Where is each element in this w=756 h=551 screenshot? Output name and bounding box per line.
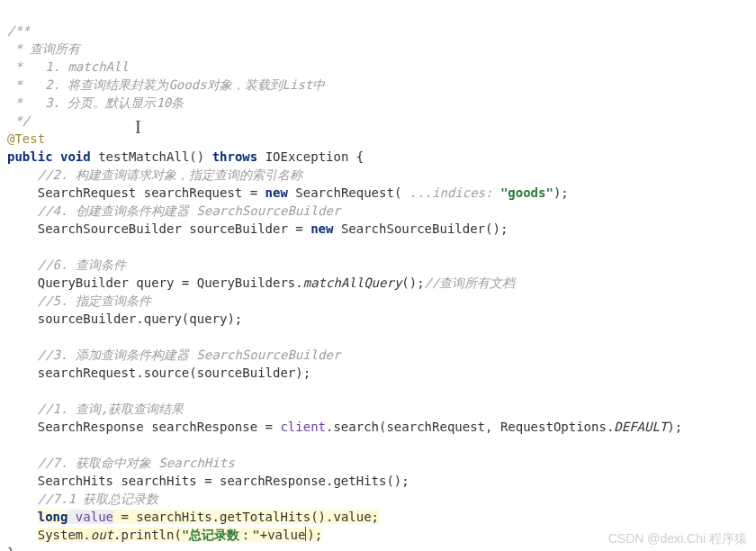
- comment: //2. 构建查询请求对象，指定查询的索引名称: [38, 167, 302, 182]
- comment: //6. 查询条件: [38, 257, 126, 272]
- keyword-long: long: [38, 510, 68, 524]
- keyword-public: public: [7, 149, 53, 164]
- exception-type: IOException {: [266, 149, 364, 164]
- comment: * 2. 将查询结果封装为Goods对象，装载到List中: [7, 77, 325, 92]
- closing-brace: }: [7, 546, 14, 551]
- comment: /**: [7, 23, 30, 38]
- annotation-test: @Test: [7, 131, 45, 146]
- comment: //1. 查询,获取查询结果: [38, 402, 184, 416]
- comment: * 查询所有: [7, 41, 80, 56]
- code-text: searchRequest.source(sourceBuilder);: [38, 366, 310, 380]
- keyword-void: void: [60, 149, 91, 164]
- code-text: );: [554, 185, 569, 200]
- code-text: SearchResponse searchResponse =: [38, 420, 281, 434]
- code-text: SearchSourceBuilder();: [333, 221, 508, 236]
- code-text: QueryBuilder query = QueryBuilders.: [38, 276, 303, 290]
- string-literal: "goods": [492, 185, 553, 200]
- static-method: matchAllQuery: [303, 276, 402, 290]
- method-name: testMatchAll(): [98, 149, 204, 164]
- comment: //查询所有文档: [425, 276, 516, 290]
- keyword-new: new: [310, 221, 333, 236]
- comment: * 3. 分页。默认显示10条: [7, 95, 184, 110]
- keyword-throws: throws: [212, 149, 258, 164]
- code-text: SearchRequest(: [288, 185, 410, 200]
- keyword-new: new: [266, 185, 288, 200]
- code-text: = searchHits.getTotalHits().value;: [113, 510, 379, 524]
- code-text: .println(: [113, 528, 182, 542]
- variable-value: value: [68, 510, 113, 524]
- comment: //3. 添加查询条件构建器 SearchSourceBuilder: [38, 348, 341, 362]
- comment: //7.1 获取总记录数: [38, 492, 159, 506]
- code-block: /** * 查询所有 * 1. matchAll * 2. 将查询结果封装为Go…: [0, 0, 756, 551]
- code-text: );: [307, 528, 322, 542]
- code-text: +value: [260, 528, 306, 542]
- code-text: .search(searchRequest, RequestOptions.: [326, 420, 614, 434]
- code-text: ();: [401, 276, 424, 290]
- code-text: SearchRequest searchRequest =: [38, 185, 266, 200]
- text-cursor: [305, 527, 307, 541]
- field-out: out: [91, 528, 113, 542]
- text-cursor-icon: I: [135, 118, 141, 136]
- watermark: CSDN @dexi.Chi 程序猿: [608, 529, 747, 547]
- code-text: );: [667, 420, 682, 434]
- code-text: SearchHits searchHits = searchResponse.g…: [38, 474, 410, 488]
- comment: * 1. matchAll: [7, 59, 129, 74]
- comment: //7. 获取命中对象 SearchHits: [38, 456, 235, 470]
- param-hint: ...indices:: [410, 185, 493, 200]
- code-text: SearchSourceBuilder sourceBuilder =: [38, 221, 310, 236]
- code-text: sourceBuilder.query(query);: [38, 312, 243, 326]
- comment: */: [7, 113, 30, 128]
- field-client: client: [280, 420, 326, 434]
- comment: //5. 指定查询条件: [38, 294, 151, 308]
- constant-default: DEFAULT: [614, 420, 667, 434]
- code-text: System.: [38, 528, 91, 542]
- comment: //4. 创建查询条件构建器 SearchSourceBuilder: [38, 203, 341, 218]
- string-literal: "总记录数：": [182, 528, 260, 542]
